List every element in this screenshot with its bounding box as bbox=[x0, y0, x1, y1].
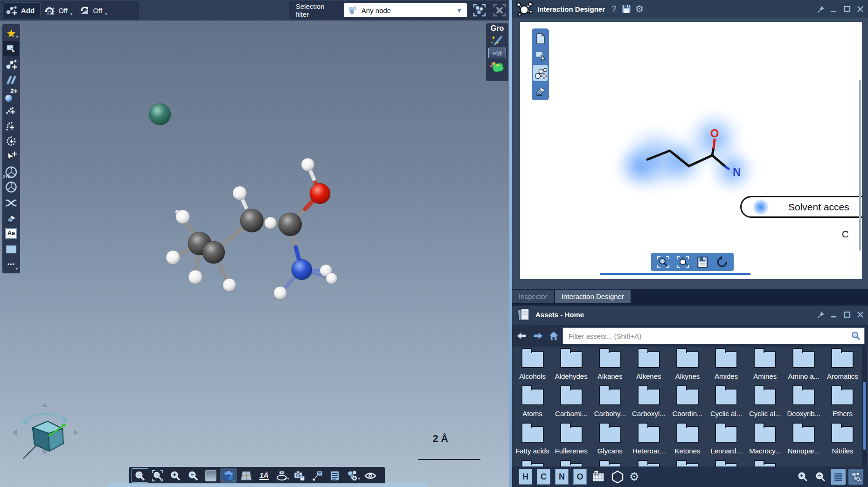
select-tool-button[interactable] bbox=[3, 41, 19, 56]
camera-snapshot-button[interactable] bbox=[291, 468, 308, 483]
clear-selection-button[interactable] bbox=[492, 2, 508, 18]
save-button[interactable] bbox=[621, 4, 632, 14]
more-tools-button[interactable]: •••▾ bbox=[3, 257, 19, 272]
settings-gear-button[interactable]: ⚙ bbox=[635, 3, 644, 14]
periodic-table-button[interactable]: H bbox=[591, 469, 606, 485]
canvas-vertical-scrollbar[interactable] bbox=[859, 80, 861, 250]
zoom-out-button[interactable] bbox=[185, 468, 201, 483]
folder-item[interactable]: Cyclic al... bbox=[746, 384, 785, 421]
grid-snap-toggle[interactable]: Off ▾ bbox=[41, 2, 75, 18]
surface-blob-icon[interactable] bbox=[489, 60, 505, 74]
element-button-h[interactable]: H bbox=[519, 469, 532, 485]
eraser-tool-button[interactable] bbox=[3, 210, 19, 226]
pin-button[interactable] bbox=[817, 5, 825, 13]
select-matching-nodes-button[interactable] bbox=[472, 2, 487, 18]
atom-hydrogen[interactable] bbox=[223, 278, 236, 292]
help-button[interactable]: ? bbox=[611, 4, 617, 14]
tab-inspector[interactable]: Inspector bbox=[512, 290, 554, 303]
folder-item[interactable]: Alcohols bbox=[513, 347, 552, 384]
atom-hydrogen[interactable] bbox=[326, 273, 337, 284]
folder-item[interactable]: Aldehydes bbox=[552, 347, 590, 384]
folder-item[interactable]: Carbohy... bbox=[590, 384, 629, 421]
atom-hydrogen[interactable] bbox=[176, 210, 190, 224]
fit-view-button[interactable] bbox=[654, 254, 672, 270]
label-flag-button[interactable] bbox=[309, 468, 326, 483]
folder-item[interactable]: Heteroar... bbox=[629, 421, 668, 459]
add-atoms-tool-button[interactable] bbox=[3, 56, 19, 72]
folder-item[interactable]: Ketones bbox=[668, 421, 707, 459]
folder-item[interactable]: Aromatics bbox=[823, 347, 862, 384]
bond-to-oxygen[interactable] bbox=[714, 139, 715, 148]
add-chain-tool-button[interactable] bbox=[3, 103, 19, 118]
nitrogen-label[interactable]: N bbox=[733, 166, 741, 178]
save-image-button[interactable] bbox=[694, 254, 711, 270]
folder-item[interactable]: Deoxyrib... bbox=[785, 384, 823, 421]
charge-tool-button[interactable]: 2+ bbox=[3, 87, 19, 103]
orientation-cube-button[interactable] bbox=[220, 468, 237, 483]
add-ring-tool-button[interactable] bbox=[3, 133, 19, 149]
oxygen-label[interactable]: O bbox=[710, 127, 719, 139]
add-curve-tool-button[interactable] bbox=[3, 118, 19, 133]
grid-spacing-button[interactable]: 1Å bbox=[256, 468, 272, 483]
atom-hydrogen[interactable] bbox=[188, 270, 202, 284]
back-button[interactable] bbox=[516, 330, 528, 341]
tab-interaction-designer[interactable]: Interaction Designer bbox=[555, 290, 631, 303]
folder-item[interactable]: Alkynes bbox=[668, 347, 707, 384]
folder-item[interactable]: Atoms bbox=[513, 384, 552, 421]
reset-view-button[interactable] bbox=[713, 254, 731, 270]
asset-grid-scrollbar[interactable] bbox=[862, 347, 867, 466]
background-style-button[interactable] bbox=[202, 468, 219, 483]
angle-snap-toggle[interactable]: Off ▾ bbox=[75, 2, 110, 18]
designer-add-atoms-button[interactable] bbox=[533, 65, 548, 81]
designer-select-button[interactable] bbox=[533, 48, 548, 64]
folder-item[interactable]: Cyclic al... bbox=[707, 384, 746, 421]
folder-item[interactable]: Amides bbox=[707, 347, 746, 384]
atom-nitrogen[interactable] bbox=[292, 259, 312, 280]
list-view-button[interactable] bbox=[831, 469, 846, 485]
atom-hydrogen[interactable] bbox=[264, 217, 277, 229]
element-button-o[interactable]: O bbox=[573, 469, 587, 485]
grid-view-button[interactable]: ▾ bbox=[848, 469, 863, 485]
folder-item[interactable]: Alkanes bbox=[590, 347, 629, 384]
favorites-button[interactable]: ★▾ bbox=[3, 26, 19, 41]
twist-tool-button[interactable] bbox=[3, 195, 19, 210]
folder-item-partial[interactable] bbox=[746, 459, 785, 466]
icons-zoom-in-button[interactable] bbox=[795, 469, 810, 485]
zoom-selection-button[interactable] bbox=[149, 468, 166, 483]
move-tool-button[interactable] bbox=[3, 149, 19, 164]
folder-item[interactable]: Lennard... bbox=[707, 421, 746, 459]
new-document-button[interactable] bbox=[533, 30, 548, 47]
molecule-2d-drawing[interactable]: O N bbox=[520, 22, 862, 279]
filter-search-icon[interactable] bbox=[851, 331, 861, 341]
grid-plane-button[interactable] bbox=[238, 468, 255, 483]
asset-filter-input[interactable] bbox=[562, 327, 865, 344]
folder-item[interactable]: Macrocy... bbox=[746, 421, 785, 459]
folder-item-partial[interactable] bbox=[629, 459, 668, 466]
assets-pin-button[interactable] bbox=[817, 310, 825, 319]
asset-grid-viewport[interactable]: AlcoholsAldehydesAlkanesAlkenesAlkynesAm… bbox=[513, 347, 862, 466]
folder-item[interactable]: Glycans bbox=[590, 421, 629, 459]
folder-item-partial[interactable] bbox=[552, 459, 590, 466]
folder-item[interactable]: Carbami... bbox=[552, 384, 590, 421]
forward-button[interactable] bbox=[532, 330, 544, 341]
atom-hydrogen[interactable] bbox=[274, 286, 287, 299]
atom-carbon[interactable] bbox=[240, 209, 264, 232]
folder-item[interactable]: Amines bbox=[746, 347, 785, 384]
atom-oxygen[interactable] bbox=[310, 183, 330, 204]
measure-tool-button[interactable] bbox=[3, 241, 19, 257]
rotate-xyz-button[interactable]: XYZ bbox=[3, 180, 19, 195]
maximize-button[interactable] bbox=[843, 5, 851, 13]
icons-zoom-out-button[interactable] bbox=[813, 469, 828, 485]
element-button-n[interactable]: N bbox=[555, 469, 569, 485]
folder-item[interactable]: Coordin... bbox=[668, 384, 707, 421]
bond-tool-button[interactable] bbox=[3, 72, 19, 87]
atom-hydrogen[interactable] bbox=[301, 158, 314, 171]
atom-carbon[interactable] bbox=[278, 213, 302, 236]
visibility-eye-button[interactable] bbox=[362, 468, 379, 483]
folder-item[interactable]: Nitriles bbox=[823, 421, 862, 459]
ring-builder-button[interactable] bbox=[610, 469, 625, 485]
folder-item[interactable]: Nanopar... bbox=[785, 421, 823, 459]
home-button[interactable] bbox=[548, 330, 560, 341]
document-view-button[interactable] bbox=[326, 468, 343, 483]
folder-item-partial[interactable] bbox=[668, 459, 707, 466]
